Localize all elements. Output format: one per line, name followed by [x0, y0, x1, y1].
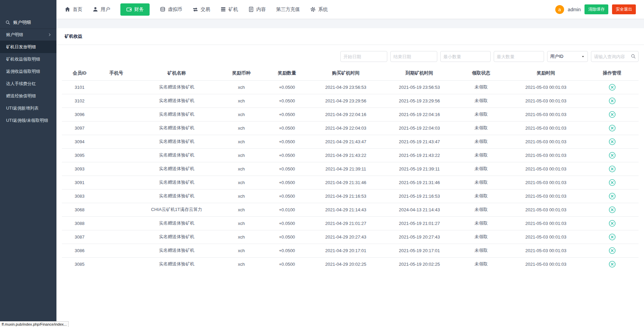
sidebar-item-talent-fee[interactable]: 达人手续费分红: [0, 78, 56, 90]
table-row: 3091实名赠送体验矿机xch+0.05002021-04-29 21:31:4…: [62, 176, 639, 189]
logout-button[interactable]: 安全退出: [612, 4, 636, 14]
member-id-cell: 3102: [62, 94, 97, 108]
close-circle-icon[interactable]: [609, 206, 616, 213]
sidebar-item-miner-claim[interactable]: 矿机收益领取明细: [0, 53, 56, 65]
min-quantity-input[interactable]: [440, 51, 491, 62]
close-circle-icon[interactable]: [609, 152, 616, 159]
claim-status-cell: 未领取: [456, 148, 506, 162]
user-id-select[interactable]: 用户ID: [547, 51, 588, 62]
sidebar-item-account-detail[interactable]: 账户明细: [0, 29, 56, 41]
buy-time-cell: 2021-04-29 23:56:53: [309, 80, 383, 94]
table-wrap: 会员ID手机号矿机名称奖励币种奖励数量购买矿机时间到期矿机时间领取状态奖励时间操…: [56, 66, 644, 271]
close-circle-icon[interactable]: [609, 220, 616, 227]
close-circle-icon[interactable]: [609, 138, 616, 145]
content-card: 矿机收益 用户ID 会员ID手机号矿机名称奖励币种奖励数量购买矿机时间到期: [56, 28, 644, 327]
claim-status-cell: 未领取: [456, 135, 506, 148]
miner-name-cell: 实名赠送体验矿机: [135, 121, 218, 135]
reward-time-cell: 2021-05-03 00:01:03: [506, 216, 586, 230]
phone-cell: [97, 135, 135, 148]
expire-time-cell: 2021-05-19 20:27:43: [383, 230, 456, 244]
sidebar-item-uti-claim[interactable]: UTI返佣领/未领取明细: [0, 114, 56, 127]
coins-icon: [160, 6, 166, 12]
close-circle-icon[interactable]: [609, 261, 616, 268]
buy-time-cell: 2021-04-29 23:29:56: [309, 94, 383, 108]
phone-cell: [97, 189, 135, 203]
sidebar-item-label: 矿机收益领取明细: [6, 56, 40, 62]
operation-cell: [586, 80, 639, 94]
expire-time-cell: 2021-05-19 22:04:03: [383, 121, 456, 135]
amount-cell: +0.0500: [265, 216, 309, 230]
phone-cell: [97, 94, 135, 108]
operation-cell: [586, 189, 639, 203]
buy-time-cell: 2021-04-29 21:14:43: [309, 203, 383, 216]
phone-cell: [97, 176, 135, 189]
close-circle-icon[interactable]: [609, 165, 616, 173]
end-date-input[interactable]: [390, 51, 437, 62]
claim-status-cell: 未领取: [456, 230, 506, 244]
phone-cell: [97, 162, 135, 176]
miner-name-cell: CHIA云矿机1T满存云算力: [135, 203, 218, 216]
close-circle-icon[interactable]: [609, 247, 616, 254]
nav-item-content[interactable]: 内容: [248, 6, 266, 13]
table-row: 3095实名赠送体验矿机xch+0.05002021-04-29 21:43:2…: [62, 148, 639, 162]
close-circle-icon[interactable]: [609, 233, 616, 241]
column-header: 奖励币种: [218, 66, 265, 80]
close-circle-icon[interactable]: [609, 193, 616, 200]
nav-item-finance[interactable]: 财务: [120, 3, 150, 16]
sidebar-item-label: 矿机日发放明细: [6, 44, 36, 50]
admin-username[interactable]: admin: [568, 7, 581, 12]
nav-item-thirdparty[interactable]: 第三方充值: [276, 6, 300, 13]
member-id-cell: 3086: [62, 244, 97, 257]
close-circle-icon[interactable]: [609, 97, 616, 104]
reward-time-cell: 2021-05-03 00:01:03: [506, 230, 586, 244]
nav-item-home[interactable]: 首页: [65, 6, 82, 13]
exchange-icon: [192, 6, 198, 12]
finance-icon: [126, 6, 132, 12]
nav-item-label: 首页: [73, 6, 82, 13]
max-quantity-input[interactable]: [494, 51, 544, 62]
table-row: 3088实名赠送体验矿机xch+0.05002021-04-29 21:01:2…: [62, 216, 639, 230]
reward-time-cell: 2021-05-03 00:01:03: [506, 189, 586, 203]
miner-name-cell: 实名赠送体验矿机: [135, 176, 218, 189]
table-row: 3094实名赠送体验矿机xch+0.05002021-04-29 21:43:4…: [62, 135, 639, 148]
amount-cell: +0.0500: [265, 121, 309, 135]
nav-item-user[interactable]: 用户: [92, 6, 110, 13]
close-circle-icon[interactable]: [609, 111, 616, 118]
buy-time-cell: 2021-04-29 21:16:53: [309, 189, 383, 203]
close-circle-icon[interactable]: [609, 179, 616, 186]
reward-time-cell: 2021-05-03 00:01:03: [506, 176, 586, 189]
clear-cache-button[interactable]: 清除缓存: [584, 4, 608, 14]
member-id-cell: 3087: [62, 230, 97, 244]
avatar[interactable]: a: [555, 5, 564, 14]
nav-item-miner[interactable]: 矿机: [220, 6, 238, 13]
top-nav: 首页用户财务虚拟币交易矿机内容第三方充值系统 a admin 清除缓存 安全退出: [56, 0, 644, 19]
phone-cell: [97, 203, 135, 216]
member-id-cell: 3096: [62, 108, 97, 121]
table-row: 3083实名赠送体验矿机xch+0.05002021-04-29 21:16:5…: [62, 189, 639, 203]
amount-cell: +0.0500: [265, 189, 309, 203]
reward-time-cell: 2021-05-03 00:01:03: [506, 80, 586, 94]
coin-cell: xch: [218, 230, 265, 244]
nav-item-trade[interactable]: 交易: [192, 6, 210, 13]
page-title: 矿机收益: [56, 28, 644, 45]
expire-time-cell: 2021-05-19 21:01:27: [383, 216, 456, 230]
operation-cell: [586, 230, 639, 244]
amount-cell: +0.0500: [265, 162, 309, 176]
buy-time-cell: 2021-04-29 20:27:43: [309, 230, 383, 244]
nav-item-label: 系统: [318, 6, 328, 13]
close-circle-icon[interactable]: [609, 125, 616, 132]
sidebar-search-header[interactable]: 账户明细: [0, 17, 56, 28]
nav-item-system[interactable]: 系统: [310, 6, 328, 13]
sidebar-item-exp-gift[interactable]: 赠送经验值明细: [0, 90, 56, 102]
amount-cell: +0.0500: [265, 94, 309, 108]
column-header: 奖励时间: [506, 66, 586, 80]
search-icon[interactable]: [631, 54, 636, 59]
start-date-input[interactable]: [340, 51, 387, 62]
operation-cell: [586, 176, 639, 189]
nav-item-coin[interactable]: 虚拟币: [160, 6, 182, 13]
sidebar-item-miner-daily[interactable]: 矿机日发放明细: [0, 41, 56, 53]
browser-status-url: ff.muxin.pub/index.php/Finance/index...: [0, 321, 69, 327]
close-circle-icon[interactable]: [609, 84, 616, 91]
sidebar-item-rebate-claim[interactable]: 返佣收益领取明细: [0, 65, 56, 78]
sidebar-item-uti-new[interactable]: UTI返佣新增列表: [0, 102, 56, 114]
